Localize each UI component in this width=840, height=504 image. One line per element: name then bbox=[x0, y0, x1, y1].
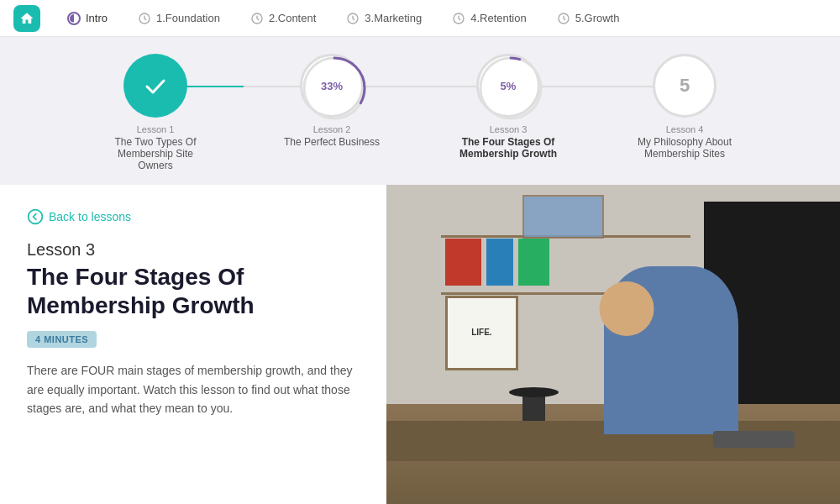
nav-label-content: 2.Content bbox=[269, 12, 316, 24]
intro-progress-icon bbox=[67, 12, 81, 25]
lesson-3-title: The Four Stages Of Membership Growth bbox=[458, 136, 559, 160]
book-3 bbox=[518, 239, 550, 286]
lesson-item-4[interactable]: 5 Lesson 4 My Philosophy About Membershi… bbox=[596, 54, 773, 160]
nav-label-growth: 5.Growth bbox=[575, 12, 620, 24]
nav-label-foundation: 1.Foundation bbox=[156, 12, 220, 24]
lesson-circle-2: 33% bbox=[300, 54, 364, 118]
nav-item-growth[interactable]: 5.Growth bbox=[557, 12, 620, 25]
life-frame: LIFE. bbox=[445, 296, 517, 370]
keyboard bbox=[713, 431, 795, 448]
video-scene: LIFE. bbox=[386, 185, 840, 504]
nav-item-marketing[interactable]: 3.Marketing bbox=[346, 12, 422, 25]
back-arrow-icon bbox=[27, 208, 44, 225]
lesson-2-title: The Perfect Business bbox=[284, 136, 380, 148]
home-button[interactable] bbox=[13, 5, 40, 32]
lesson-number-label: Lesson 3 bbox=[27, 240, 360, 260]
lesson-title-heading: The Four Stages OfMembership Growth bbox=[27, 263, 360, 319]
progress-track: Lesson 1 The Two Types Of Membership Sit… bbox=[0, 54, 840, 171]
lesson-item-3[interactable]: 5% Lesson 3 The Four Stages Of Membershi… bbox=[420, 54, 596, 160]
video-panel[interactable]: LIFE. bbox=[386, 185, 840, 504]
lesson-1-number: Lesson 1 bbox=[137, 124, 175, 134]
svg-point-9 bbox=[29, 210, 43, 224]
lesson-description: There are FOUR main stages of membership… bbox=[27, 361, 360, 417]
checkmark-icon bbox=[142, 72, 169, 99]
video-background: LIFE. bbox=[386, 185, 840, 504]
stool-seat bbox=[509, 387, 559, 397]
nav-label-marketing: 3.Marketing bbox=[365, 12, 422, 24]
lesson-1-title: The Two Types Of Membership Site Owners bbox=[105, 136, 206, 171]
lesson-4-title: My Philosophy About Membership Sites bbox=[634, 136, 735, 160]
lesson-circle-4: 5 bbox=[653, 54, 717, 118]
lesson-item-2[interactable]: 33% Lesson 2 The Perfect Business bbox=[244, 54, 420, 148]
lesson-4-number-display: 5 bbox=[680, 75, 690, 97]
nav-item-foundation[interactable]: 1.Foundation bbox=[138, 12, 220, 25]
book-2 bbox=[486, 239, 513, 286]
clock-icon-2 bbox=[250, 12, 264, 25]
back-to-lessons-link[interactable]: Back to lessons bbox=[27, 208, 360, 225]
lesson-item-1[interactable]: Lesson 1 The Two Types Of Membership Sit… bbox=[67, 54, 244, 171]
progress-section: Lesson 1 The Two Types Of Membership Sit… bbox=[0, 37, 840, 185]
nav-label-retention: 4.Retention bbox=[470, 12, 527, 24]
top-navigation: Intro 1.Foundation 2.Content 3.Marketing… bbox=[0, 0, 840, 37]
lesson-2-number: Lesson 2 bbox=[313, 124, 351, 134]
nav-item-retention[interactable]: 4.Retention bbox=[452, 12, 527, 25]
nav-label-intro: Intro bbox=[86, 12, 108, 24]
clock-icon-1 bbox=[138, 12, 151, 25]
clock-icon-5 bbox=[557, 12, 570, 25]
back-label: Back to lessons bbox=[49, 210, 131, 223]
nav-items: Intro 1.Foundation 2.Content 3.Marketing… bbox=[67, 12, 827, 25]
person-head bbox=[600, 281, 654, 336]
lesson-3-number: Lesson 3 bbox=[490, 124, 528, 134]
lesson-circle-3: 5% bbox=[476, 54, 540, 118]
lesson-2-progress: 33% bbox=[321, 80, 343, 92]
lesson-circle-1 bbox=[123, 54, 187, 118]
main-content: Back to lessons Lesson 3 The Four Stages… bbox=[0, 185, 840, 504]
nav-item-intro[interactable]: Intro bbox=[67, 12, 108, 25]
home-icon bbox=[19, 11, 34, 26]
map-decoration bbox=[522, 195, 604, 239]
book-1 bbox=[445, 239, 481, 286]
clock-icon-3 bbox=[346, 12, 360, 25]
nav-item-content[interactable]: 2.Content bbox=[250, 12, 316, 25]
clock-icon-4 bbox=[452, 12, 465, 25]
left-panel: Back to lessons Lesson 3 The Four Stages… bbox=[0, 185, 386, 504]
lesson-4-number: Lesson 4 bbox=[666, 124, 704, 134]
duration-badge: 4 MINUTES bbox=[27, 331, 97, 348]
lesson-3-progress: 5% bbox=[501, 80, 517, 92]
